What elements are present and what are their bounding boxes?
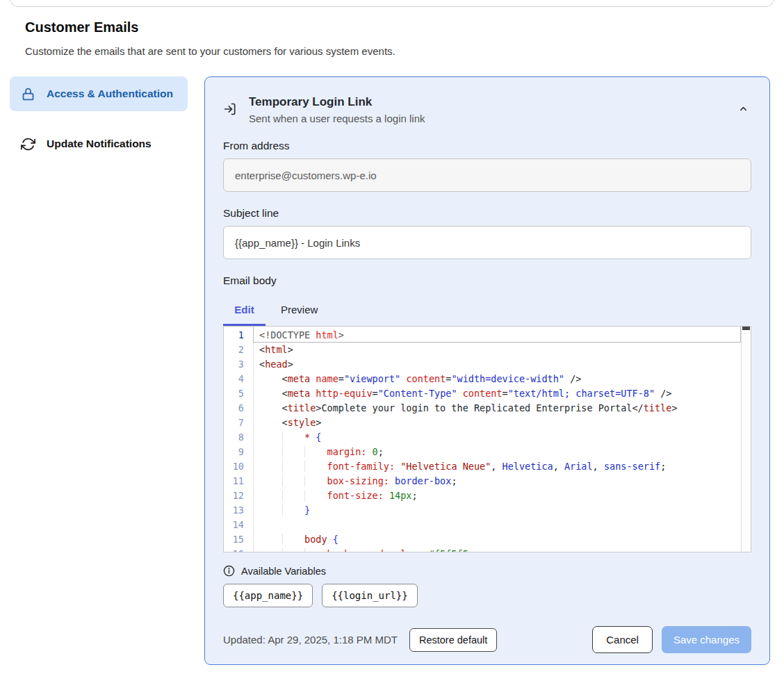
card-subtitle: Sent when a user requests a login link	[249, 113, 425, 124]
available-variables-label: Available Variables	[241, 566, 326, 577]
editor-code-area[interactable]: <!DOCTYPE html><html><head> <meta name="…	[253, 327, 741, 552]
editor-scrollbar-thumb[interactable]	[742, 327, 750, 330]
lock-icon	[21, 85, 36, 102]
info-icon	[223, 565, 235, 577]
email-body-label: Email body	[223, 274, 751, 287]
sidebar-item-access-authentication[interactable]: Access & Authentication	[10, 76, 188, 111]
card-footer: Updated: Apr 29, 2025, 1:18 PM MDT Resto…	[223, 626, 751, 653]
subject-line-label: Subject line	[223, 207, 751, 220]
subject-line-input[interactable]	[223, 226, 751, 259]
from-address-label: From address	[223, 140, 751, 152]
login-icon	[223, 102, 237, 124]
chevron-up-icon	[738, 104, 749, 114]
temporary-login-link-card: Temporary Login Link Sent when a user re…	[204, 76, 770, 665]
sidebar-item-update-notifications[interactable]: Update Notifications	[10, 126, 188, 161]
editor-line-numbers: 12345678910111213141516	[224, 327, 253, 552]
card-header: Temporary Login Link Sent when a user re…	[223, 95, 751, 124]
email-types-sidebar: Access & Authentication Update Notificat…	[10, 76, 188, 161]
editor-scrollbar[interactable]	[741, 327, 751, 552]
sidebar-item-label: Update Notifications	[47, 136, 152, 152]
from-address-input[interactable]	[223, 158, 751, 192]
available-variables-row: Available Variables	[223, 565, 751, 577]
card-title: Temporary Login Link	[249, 95, 425, 109]
tab-edit[interactable]: Edit	[223, 296, 266, 326]
email-body-tabs: Edit Preview	[223, 296, 751, 326]
refresh-icon	[21, 136, 36, 152]
page-title: Customer Emails	[25, 19, 138, 35]
previous-card-bottom-edge	[10, 0, 774, 7]
collapse-card-button[interactable]	[738, 104, 749, 114]
page-subtitle: Customize the emails that are sent to yo…	[25, 45, 395, 57]
updated-timestamp: Updated: Apr 29, 2025, 1:18 PM MDT	[223, 634, 398, 646]
sidebar-item-label: Access & Authentication	[47, 85, 173, 102]
cancel-button[interactable]: Cancel	[592, 626, 653, 653]
variable-chip-app-name[interactable]: {{app_name}}	[223, 584, 313, 607]
variable-chips: {{app_name}} {{login_url}}	[223, 584, 751, 607]
save-changes-button[interactable]: Save changes	[662, 626, 751, 653]
tab-preview[interactable]: Preview	[266, 296, 333, 326]
code-editor[interactable]: 12345678910111213141516 <!DOCTYPE html><…	[223, 326, 751, 552]
variable-chip-login-url[interactable]: {{login_url}}	[322, 584, 418, 607]
card-header-text: Temporary Login Link Sent when a user re…	[249, 95, 425, 124]
restore-default-button[interactable]: Restore default	[409, 628, 497, 652]
